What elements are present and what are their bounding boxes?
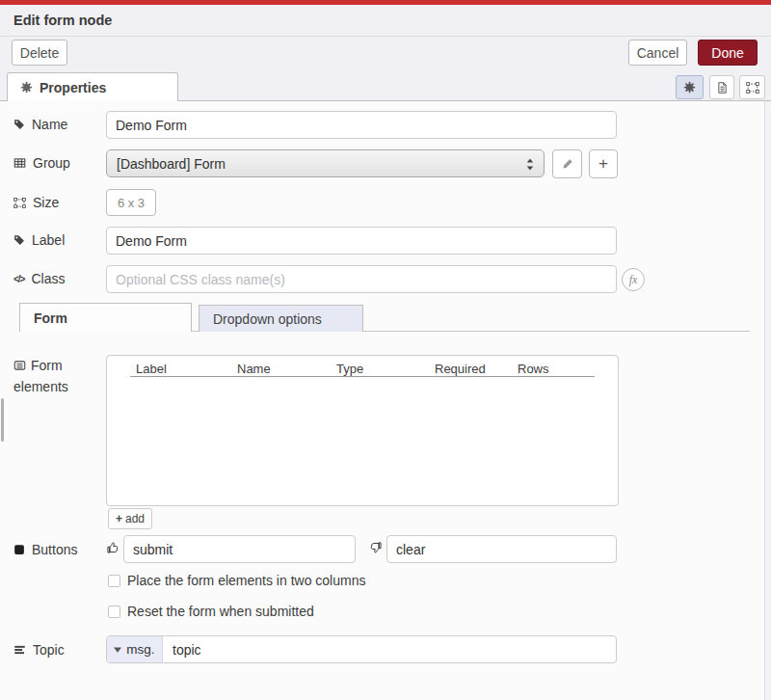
class-input[interactable] [106,265,617,293]
group-field-label: Group [13,155,70,171]
code-icon: </> [13,274,24,284]
two-columns-option[interactable]: Place the form elements in two columns [108,573,365,588]
reset-on-submit-label: Reset the form when submitted [127,604,314,619]
tasks-icon [13,644,26,656]
pencil-icon [562,158,573,170]
cancel-button[interactable]: Cancel [628,40,687,66]
appearance-panel-button[interactable] [739,75,765,99]
size-button[interactable]: 6 x 3 [106,189,156,216]
clear-button-label-input[interactable] [386,535,617,563]
properties-panel-button[interactable] [676,75,704,99]
topic-type-selector[interactable]: msg. [107,636,163,662]
topic-typed-input: msg. topic [106,635,617,663]
square-icon [13,544,25,555]
reset-on-submit-checkbox[interactable] [108,606,120,618]
tab-properties-label: Properties [40,80,106,95]
list-alt-icon [13,360,26,371]
caret-down-icon [114,647,121,653]
edit-group-button[interactable] [552,149,582,178]
tag-icon [13,234,25,246]
delete-button[interactable]: Delete [12,40,67,66]
column-header-name: Name [237,362,271,376]
column-header-label: Label [136,362,167,376]
done-button[interactable]: Done [698,40,758,66]
name-field-label: Name [13,117,67,132]
object-group-icon [13,197,26,209]
topic-type-label: msg. [126,642,154,657]
tab-form[interactable]: Form [19,303,192,332]
class-field-label: </> Class [13,271,65,286]
select-updown-icon [526,158,534,171]
name-input[interactable] [106,111,617,139]
plus-icon: + [116,512,122,525]
dialog-title: Edit form node [13,13,112,28]
group-select[interactable]: [Dashboard] Form [106,149,545,177]
gear-icon [683,81,696,94]
table-icon [13,157,26,169]
header-rule [130,376,595,377]
tab-properties[interactable]: Properties [7,72,178,101]
expand-editor-button[interactable]: fx [622,268,645,291]
right-scroll-track[interactable] [764,101,771,700]
thumbs-up-icon [106,541,120,554]
label-input[interactable] [106,227,617,255]
object-group-icon [746,81,759,94]
thumbs-down-icon [369,541,383,554]
reset-on-submit-option[interactable]: Reset the form when submitted [108,604,314,619]
two-columns-label: Place the form elements in two columns [127,573,365,588]
tag-icon [13,119,25,130]
description-panel-button[interactable] [709,75,734,99]
submit-button-label-input[interactable] [123,535,356,563]
dialog-header: Edit form node [0,5,771,37]
buttons-field-label: Buttons [13,542,77,557]
column-header-required: Required [435,362,486,376]
size-field-label: Size [13,195,59,210]
form-elements-label: Form elements [13,355,94,397]
plus-icon: + [598,154,608,174]
edit-form-node-dialog: Edit form node Delete Cancel Done Proper… [0,0,771,700]
add-group-button[interactable]: + [589,149,618,178]
topic-field-label: Topic [13,642,65,658]
form-elements-table: Label Name Type Required Rows [106,355,619,506]
group-select-value: [Dashboard] Form [117,156,226,172]
column-header-type: Type [336,362,363,376]
gear-icon [20,81,33,94]
column-header-rows: Rows [518,362,549,376]
two-columns-checkbox[interactable] [108,575,120,587]
document-icon [716,81,729,94]
label-field-label: Label [13,232,65,248]
add-element-button[interactable]: + add [108,508,152,529]
topic-value[interactable]: topic [163,636,616,662]
tab-dropdown-options[interactable]: Dropdown options [199,305,363,332]
left-scrollbar-thumb[interactable] [1,398,4,442]
